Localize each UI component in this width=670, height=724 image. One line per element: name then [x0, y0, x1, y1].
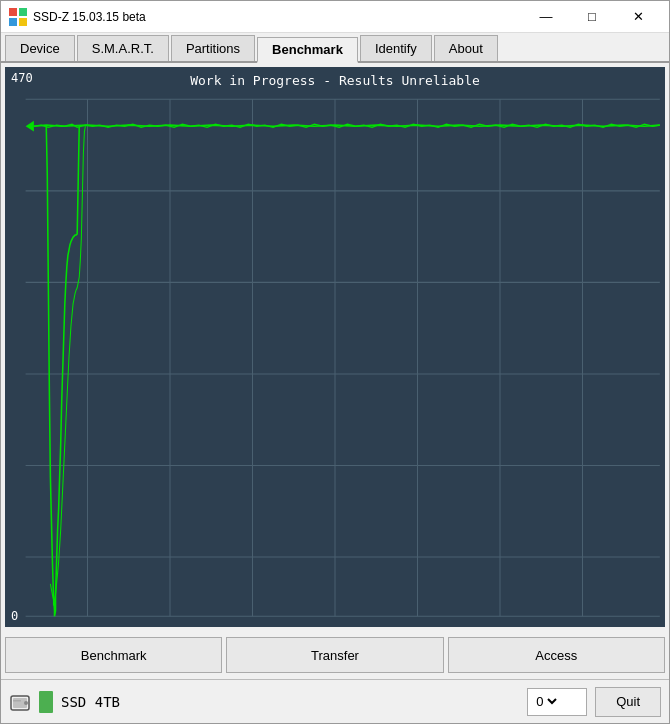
- window-controls: — □ ✕: [523, 1, 661, 33]
- svg-rect-22: [13, 700, 21, 702]
- svg-marker-18: [26, 121, 34, 132]
- tab-benchmark[interactable]: Benchmark: [257, 37, 358, 63]
- access-button[interactable]: Access: [448, 637, 665, 673]
- button-row: Benchmark Transfer Access: [1, 631, 669, 679]
- drive-select[interactable]: 0 1 2: [532, 693, 560, 710]
- ssd-color-indicator: [39, 691, 53, 713]
- main-window: SSD-Z 15.03.15 beta — □ ✕ Device S.M.A.R…: [0, 0, 670, 724]
- title-bar: SSD-Z 15.03.15 beta — □ ✕: [1, 1, 669, 33]
- close-button[interactable]: ✕: [615, 1, 661, 33]
- tab-device[interactable]: Device: [5, 35, 75, 61]
- app-icon: [9, 8, 27, 26]
- tab-partitions[interactable]: Partitions: [171, 35, 255, 61]
- status-bar: SSD 4TB 0 1 2 Quit: [1, 679, 669, 723]
- tab-identify[interactable]: Identify: [360, 35, 432, 61]
- svg-rect-1: [19, 8, 27, 16]
- window-title: SSD-Z 15.03.15 beta: [33, 10, 523, 24]
- tab-smart[interactable]: S.M.A.R.T.: [77, 35, 169, 61]
- tab-about[interactable]: About: [434, 35, 498, 61]
- benchmark-button[interactable]: Benchmark: [5, 637, 222, 673]
- svg-point-21: [24, 701, 28, 705]
- svg-rect-0: [9, 8, 17, 16]
- maximize-button[interactable]: □: [569, 1, 615, 33]
- svg-rect-2: [9, 18, 17, 26]
- ssd-label: SSD 4TB: [61, 694, 519, 710]
- tab-bar: Device S.M.A.R.T. Partitions Benchmark I…: [1, 33, 669, 63]
- drive-selector[interactable]: 0 1 2: [527, 688, 587, 716]
- minimize-button[interactable]: —: [523, 1, 569, 33]
- svg-rect-3: [19, 18, 27, 26]
- quit-button[interactable]: Quit: [595, 687, 661, 717]
- chart-svg: [5, 67, 665, 627]
- drive-icon: [9, 691, 31, 713]
- transfer-button[interactable]: Transfer: [226, 637, 443, 673]
- benchmark-chart: 470 Work in Progress - Results Unreliabl…: [5, 67, 665, 627]
